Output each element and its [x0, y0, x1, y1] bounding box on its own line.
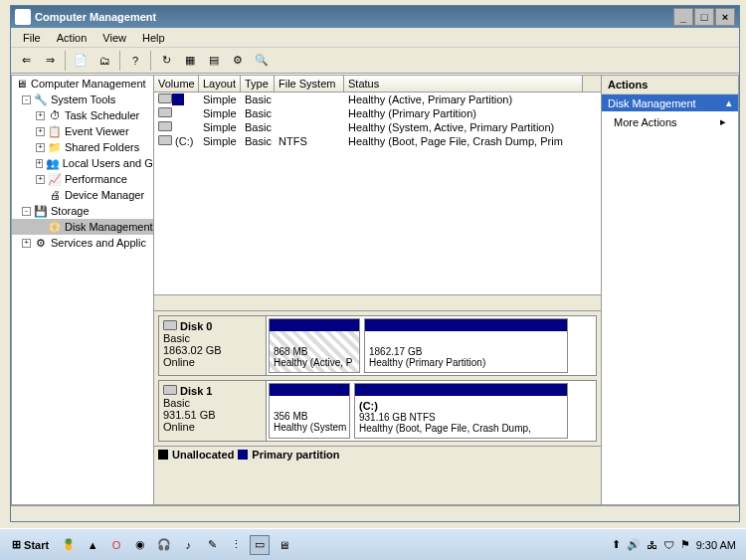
expand-icon[interactable]: + [36, 127, 45, 136]
tray-flag-icon[interactable]: ⚑ [680, 538, 690, 551]
tools-icon: 🔧 [34, 93, 48, 106]
tree-storage[interactable]: -💾Storage [12, 203, 153, 219]
volume-row[interactable]: SimpleBasicHealthy (Primary Partition) [154, 106, 601, 120]
taskbar-app-6[interactable]: ♪ [178, 535, 198, 555]
taskbar-app-5[interactable]: 🎧 [154, 535, 174, 555]
volume-row[interactable]: SimpleBasicHealthy (Active, Primary Part… [154, 93, 601, 106]
tree-system-tools[interactable]: -🔧System Tools [12, 92, 153, 107]
scheduler-icon: ⏱ [48, 108, 62, 122]
computer-icon: 🖥 [14, 77, 28, 91]
collapse-icon[interactable]: - [22, 207, 31, 216]
taskbar-app-7[interactable]: ✎ [202, 535, 222, 555]
disk-info: Disk 1Basic931.51 GBOnline [159, 381, 267, 441]
tree-task-scheduler[interactable]: +⏱Task Scheduler [12, 107, 153, 123]
back-button[interactable]: ⇐ [15, 50, 37, 72]
up-button[interactable]: 📄 [70, 50, 92, 72]
settings-button[interactable]: ⚙ [227, 50, 249, 72]
device-icon: 🖨 [48, 188, 62, 202]
scrollbar-horizontal[interactable] [154, 294, 601, 310]
menu-action[interactable]: Action [49, 30, 95, 46]
legend-primary-swatch [238, 450, 248, 460]
disk-map[interactable]: Disk 0Basic1863.02 GBOnline868 MBHealthy… [154, 310, 601, 504]
titlebar[interactable]: Computer Management _ □ × [11, 6, 739, 28]
partition[interactable]: 356 MBHealthy (System [269, 383, 350, 439]
taskbar-app-compmgmt[interactable]: 🖥 [274, 535, 293, 555]
column-header[interactable]: Layout [199, 76, 241, 92]
disk-icon [163, 385, 177, 395]
actions-context[interactable]: Disk Management▴ [602, 94, 738, 111]
chevron-up-icon: ▴ [726, 96, 732, 109]
taskbar-app-active[interactable]: ▭ [250, 535, 270, 555]
taskbar-app-vlc[interactable]: ▲ [83, 535, 102, 555]
partition[interactable]: (C:)931.16 GB NTFSHealthy (Boot, Page Fi… [354, 383, 568, 439]
computer-management-window: Computer Management _ □ × File Action Vi… [10, 5, 740, 522]
tray-shield-icon[interactable]: 🛡 [663, 539, 674, 551]
menu-view[interactable]: View [94, 30, 134, 46]
minimize-button[interactable]: _ [673, 8, 693, 26]
tree-disk-management[interactable]: 📀Disk Management [12, 219, 153, 235]
volume-list[interactable]: VolumeLayoutTypeFile SystemStatus Simple… [154, 76, 601, 310]
menubar: File Action View Help [11, 28, 739, 48]
volume-row[interactable]: SimpleBasicHealthy (System, Active, Prim… [154, 120, 601, 134]
view-top-button[interactable]: ▦ [179, 50, 201, 72]
taskbar[interactable]: ⊞ Start 🍍 ▲ O ◉ 🎧 ♪ ✎ ⋮ ▭ 🖥 ⬆ 🔊 🖧 🛡 ⚑ 9:… [0, 528, 746, 560]
actions-header: Actions [602, 76, 738, 94]
services-icon: ⚙ [34, 236, 48, 250]
column-header[interactable]: Volume [154, 76, 199, 92]
column-header[interactable]: File System [275, 76, 344, 92]
tray-volume-icon[interactable]: 🔊 [627, 538, 641, 551]
expand-icon[interactable]: + [36, 175, 45, 184]
expand-icon[interactable]: + [36, 159, 43, 168]
volume-icon [158, 135, 172, 145]
disk-row[interactable]: Disk 0Basic1863.02 GBOnline868 MBHealthy… [158, 315, 597, 376]
expand-icon[interactable]: + [36, 111, 45, 120]
partition[interactable]: 1862.17 GBHealthy (Primary Partition) [364, 318, 568, 373]
windows-icon: ⊞ [12, 538, 21, 551]
search-button[interactable]: 🔍 [251, 50, 273, 72]
volume-row[interactable]: (C:)SimpleBasicNTFSHealthy (Boot, Page F… [154, 134, 601, 148]
taskbar-app-8[interactable]: ⋮ [226, 535, 246, 555]
tree-performance[interactable]: +📈Performance [12, 171, 153, 187]
menu-help[interactable]: Help [134, 30, 173, 46]
view-bottom-button[interactable]: ▤ [203, 50, 225, 72]
legend-unallocated: Unallocated [172, 449, 234, 461]
disk-row[interactable]: Disk 1Basic931.51 GBOnline356 MBHealthy … [158, 380, 597, 442]
column-header[interactable]: Status [344, 76, 583, 92]
tree-services[interactable]: +⚙Services and Applic [12, 235, 153, 251]
forward-button[interactable]: ⇒ [39, 50, 61, 72]
maximize-button[interactable]: □ [694, 8, 714, 26]
start-button[interactable]: ⊞ Start [4, 536, 57, 553]
collapse-icon[interactable]: - [22, 95, 31, 104]
window-scrollbar[interactable] [11, 505, 739, 521]
column-header[interactable]: Type [241, 76, 275, 92]
tray-clock[interactable]: 9:30 AM [696, 539, 736, 551]
tree-local-users[interactable]: +👥Local Users and G [12, 155, 153, 171]
properties-button[interactable]: 🗂 [93, 50, 115, 72]
disk-icon [163, 320, 177, 330]
tree-device-manager[interactable]: 🖨Device Manager [12, 187, 153, 203]
refresh-button[interactable]: ↻ [155, 50, 177, 72]
tray-icon[interactable]: ⬆ [612, 538, 621, 551]
actions-pane: Actions Disk Management▴ More Actions▸ [602, 75, 739, 505]
chevron-right-icon: ▸ [720, 115, 726, 128]
more-actions[interactable]: More Actions▸ [602, 111, 738, 132]
tree-event-viewer[interactable]: +📋Event Viewer [12, 123, 153, 139]
expand-icon[interactable]: + [22, 239, 31, 248]
legend-primary: Primary partition [252, 449, 339, 461]
tree-shared-folders[interactable]: +📁Shared Folders [12, 139, 153, 155]
partition[interactable]: 868 MBHealthy (Active, P [269, 318, 360, 373]
nav-tree[interactable]: 🖥Computer Management -🔧System Tools +⏱Ta… [11, 75, 154, 505]
help-button[interactable]: ? [124, 50, 146, 72]
taskbar-app-4[interactable]: ◉ [130, 535, 150, 555]
tree-root[interactable]: 🖥Computer Management [12, 76, 153, 92]
system-tray[interactable]: ⬆ 🔊 🖧 🛡 ⚑ 9:30 AM [612, 538, 742, 551]
tray-network-icon[interactable]: 🖧 [647, 539, 657, 551]
center-pane: VolumeLayoutTypeFile SystemStatus Simple… [154, 75, 602, 505]
disk-icon: 📀 [48, 220, 62, 234]
app-icon [15, 9, 31, 25]
taskbar-app-1[interactable]: 🍍 [59, 535, 79, 555]
close-button[interactable]: × [715, 8, 735, 26]
taskbar-app-opera[interactable]: O [106, 535, 126, 555]
expand-icon[interactable]: + [36, 143, 45, 152]
menu-file[interactable]: File [15, 30, 49, 46]
